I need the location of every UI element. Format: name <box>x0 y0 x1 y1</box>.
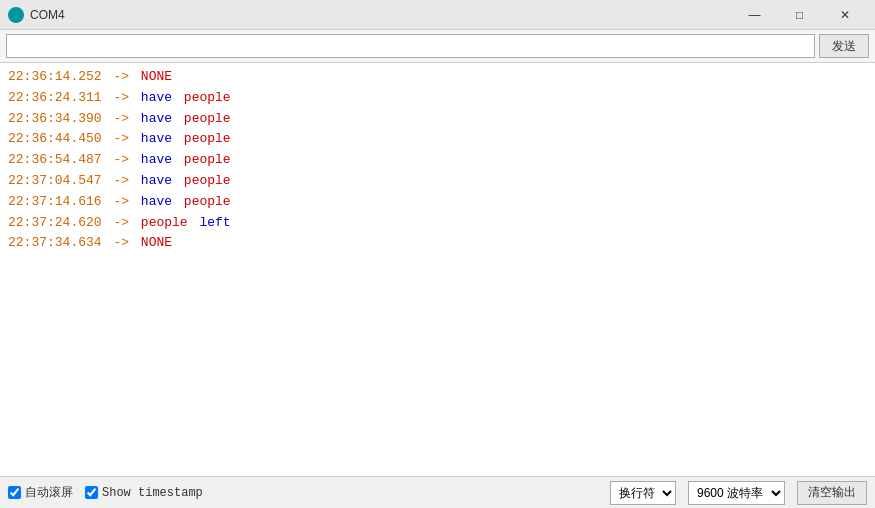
message-people: people <box>184 150 231 171</box>
message-have: have <box>141 171 180 192</box>
timestamp: 22:36:44.450 <box>8 129 102 150</box>
arrow: -> <box>106 213 137 234</box>
table-row: 22:36:34.390 -> have people <box>8 109 867 130</box>
message-left: left <box>199 213 230 234</box>
app-icon <box>8 7 24 23</box>
line-ending-select[interactable]: 换行符 <box>610 481 676 505</box>
table-row: 22:36:54.487 -> have people <box>8 150 867 171</box>
message-have: have <box>141 150 180 171</box>
serial-output[interactable]: 22:36:14.252 -> NONE22:36:24.311 -> have… <box>0 63 875 476</box>
show-timestamp-check[interactable]: Show timestamp <box>85 486 203 500</box>
arrow: -> <box>106 150 137 171</box>
titlebar: COM4 — □ ✕ <box>0 0 875 30</box>
arrow: -> <box>106 88 137 109</box>
send-button[interactable]: 发送 <box>819 34 869 58</box>
message-have: have <box>141 192 180 213</box>
table-row: 22:36:24.311 -> have people <box>8 88 867 109</box>
timestamp: 22:37:04.547 <box>8 171 102 192</box>
window-title: COM4 <box>30 8 732 22</box>
message-have: have <box>141 129 180 150</box>
message-people: people <box>141 213 196 234</box>
table-row: 22:36:44.450 -> have people <box>8 129 867 150</box>
clear-button[interactable]: 清空输出 <box>797 481 867 505</box>
timestamp: 22:37:14.616 <box>8 192 102 213</box>
table-row: 22:37:04.547 -> have people <box>8 171 867 192</box>
window-controls: — □ ✕ <box>732 0 867 30</box>
send-toolbar: 发送 <box>0 30 875 63</box>
arrow: -> <box>106 129 137 150</box>
arrow: -> <box>106 233 137 254</box>
message-people: people <box>184 192 231 213</box>
statusbar: 自动滚屏 Show timestamp 换行符 9600 波特率 清空输出 <box>0 476 875 508</box>
main-area: 22:36:14.252 -> NONE22:36:24.311 -> have… <box>0 63 875 476</box>
auto-scroll-checkbox[interactable] <box>8 486 21 499</box>
minimize-button[interactable]: — <box>732 0 777 30</box>
timestamp: 22:36:34.390 <box>8 109 102 130</box>
table-row: 22:37:24.620 -> people left <box>8 213 867 234</box>
message: NONE <box>141 67 172 88</box>
timestamp: 22:37:24.620 <box>8 213 102 234</box>
baud-rate-select[interactable]: 9600 波特率 <box>688 481 785 505</box>
show-timestamp-label: Show timestamp <box>102 486 203 500</box>
message-have: have <box>141 88 180 109</box>
auto-scroll-label: 自动滚屏 <box>25 484 73 501</box>
send-input[interactable] <box>6 34 815 58</box>
timestamp: 22:36:54.487 <box>8 150 102 171</box>
table-row: 22:37:34.634 -> NONE <box>8 233 867 254</box>
message-people: people <box>184 129 231 150</box>
arrow: -> <box>106 109 137 130</box>
timestamp: 22:36:14.252 <box>8 67 102 88</box>
message-have: have <box>141 109 180 130</box>
arrow: -> <box>106 171 137 192</box>
arrow: -> <box>106 67 137 88</box>
message: NONE <box>141 233 172 254</box>
timestamp: 22:36:24.311 <box>8 88 102 109</box>
message-people: people <box>184 171 231 192</box>
timestamp: 22:37:34.634 <box>8 233 102 254</box>
table-row: 22:37:14.616 -> have people <box>8 192 867 213</box>
auto-scroll-check[interactable]: 自动滚屏 <box>8 484 73 501</box>
message-people: people <box>184 109 231 130</box>
show-timestamp-checkbox[interactable] <box>85 486 98 499</box>
close-button[interactable]: ✕ <box>822 0 867 30</box>
table-row: 22:36:14.252 -> NONE <box>8 67 867 88</box>
message-people: people <box>184 88 231 109</box>
maximize-button[interactable]: □ <box>777 0 822 30</box>
arrow: -> <box>106 192 137 213</box>
